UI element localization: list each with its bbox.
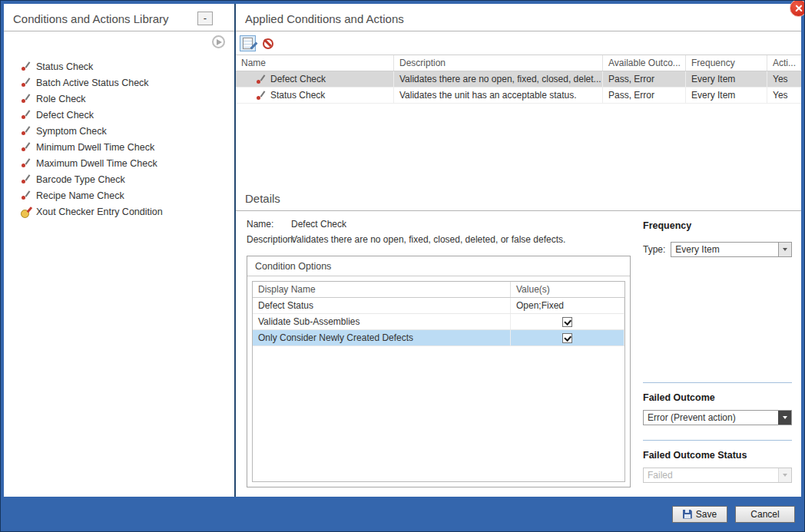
option-value[interactable]: Open;Fixed <box>511 298 624 313</box>
apply-row <box>4 31 234 52</box>
applied-panel: Applied Conditions and Actions Name Desc… <box>236 4 801 497</box>
chevron-down-icon[interactable] <box>778 243 791 256</box>
edit-item-glyph <box>243 38 253 49</box>
condition-options-grid: Display Name Value(s) Defect Status Open… <box>252 281 625 482</box>
column-header-display-name[interactable]: Display Name <box>253 282 511 297</box>
library-item-symptom-check[interactable]: Symptom Check <box>21 123 234 139</box>
details-left-column: Name: Defect Check Description: Validate… <box>247 219 631 489</box>
option-row-only-consider-newly-created-defects[interactable]: Only Consider Newly Created Defects <box>253 330 624 346</box>
applied-row-available-outcomes: Pass, Error <box>603 71 686 87</box>
failed-outcome-status-value: Failed <box>644 468 778 482</box>
separator-line <box>643 382 792 383</box>
column-header-frequency[interactable]: Frequency <box>686 55 767 71</box>
column-header-values[interactable]: Value(s) <box>511 282 624 297</box>
condition-icon <box>21 110 31 120</box>
library-item-xout-checker-entry-condition[interactable]: Xout Checker Entry Condition <box>21 203 234 220</box>
column-header-active[interactable]: Acti... <box>767 55 801 71</box>
conditions-actions-window: Conditions and Actions Library - Status … <box>0 0 805 532</box>
remove-item-icon[interactable] <box>260 35 276 51</box>
checkbox-checked-icon[interactable] <box>562 317 572 327</box>
save-button[interactable]: Save <box>672 506 727 523</box>
details-title: Details <box>236 183 801 211</box>
condition-icon <box>21 142 31 152</box>
condition-options-title: Condition Options <box>247 256 630 276</box>
applied-grid: Name Description Available Outco... Freq… <box>236 55 801 183</box>
condition-icon <box>21 94 31 104</box>
details-name-label: Name: <box>247 219 291 230</box>
option-display-name: Validate Sub-Assemblies <box>253 314 511 329</box>
applied-row-active: Yes <box>767 71 801 87</box>
close-icon[interactable] <box>790 0 805 17</box>
condition-icon <box>21 78 31 88</box>
applied-row-name-cell: Status Check <box>236 88 394 103</box>
library-item-label: Status Check <box>36 61 93 72</box>
edit-item-icon[interactable] <box>240 35 256 51</box>
frequency-type-label: Type: <box>643 244 665 255</box>
library-item-label: Barcode Type Check <box>36 174 125 185</box>
applied-grid-header: Name Description Available Outco... Freq… <box>236 55 801 71</box>
library-item-label: Xout Checker Entry Condition <box>36 207 163 217</box>
minus-icon[interactable]: - <box>197 12 213 25</box>
applied-row-status-check[interactable]: Status Check Validates the unit has an a… <box>236 88 801 104</box>
library-item-defect-check[interactable]: Defect Check <box>21 107 234 123</box>
condition-icon <box>256 74 266 84</box>
applied-toolbar <box>236 31 801 55</box>
applied-row-description: Validates there are no open, fixed, clos… <box>394 71 603 87</box>
chevron-glyph <box>783 416 787 419</box>
chevron-down-icon <box>778 468 791 482</box>
save-button-label: Save <box>696 509 717 520</box>
footer-bar: Save Cancel <box>1 497 804 531</box>
condition-icon <box>21 190 31 200</box>
option-value-cell <box>511 330 624 345</box>
failed-outcome-title: Failed Outcome <box>643 392 792 403</box>
applied-row-frequency: Every Item <box>686 71 767 87</box>
applied-row-description: Validates the unit has an acceptable sta… <box>394 88 603 103</box>
frequency-type-select[interactable]: Every Item <box>671 242 792 257</box>
cancel-button-label: Cancel <box>750 509 779 520</box>
chevron-glyph <box>783 248 787 251</box>
library-item-status-check[interactable]: Status Check <box>21 58 234 74</box>
library-title: Conditions and Actions Library <box>13 12 169 25</box>
details-section: Details Name: Defect Check Description: … <box>236 183 801 497</box>
option-row-defect-status[interactable]: Defect Status Open;Fixed <box>253 298 624 314</box>
condition-options-box: Condition Options Display Name Value(s) … <box>247 256 631 487</box>
option-value-cell <box>511 314 624 329</box>
condition-icon <box>21 174 31 184</box>
remove-item-glyph <box>263 38 273 49</box>
library-panel: Conditions and Actions Library - Status … <box>4 4 234 497</box>
option-row-validate-sub-assemblies[interactable]: Validate Sub-Assemblies <box>253 314 624 330</box>
window-content: Conditions and Actions Library - Status … <box>4 4 801 497</box>
library-header: Conditions and Actions Library - <box>4 4 234 31</box>
library-item-role-check[interactable]: Role Check <box>21 91 234 107</box>
condition-icon <box>21 158 31 168</box>
library-item-batch-active-status-check[interactable]: Batch Active Status Check <box>21 74 234 91</box>
applied-section: Applied Conditions and Actions Name Desc… <box>236 4 801 183</box>
floppy-disk-icon <box>683 510 692 519</box>
arrow-right-circle-icon[interactable] <box>212 35 225 48</box>
option-display-name: Only Consider Newly Created Defects <box>253 330 511 345</box>
applied-row-frequency: Every Item <box>686 88 767 103</box>
column-header-available-outcomes[interactable]: Available Outco... <box>603 55 686 71</box>
library-item-barcode-type-check[interactable]: Barcode Type Check <box>21 171 234 187</box>
failed-outcome-value: Error (Prevent action) <box>644 411 778 425</box>
failed-outcome-status-select: Failed <box>643 468 792 483</box>
applied-row-name: Status Check <box>270 88 325 103</box>
library-item-label: Symptom Check <box>36 126 107 137</box>
cancel-button[interactable]: Cancel <box>735 506 795 523</box>
checkbox-checked-icon[interactable] <box>562 333 572 343</box>
frequency-type-row: Type: Every Item <box>643 242 792 257</box>
failed-outcome-status-title: Failed Outcome Status <box>643 450 792 461</box>
column-header-name[interactable]: Name <box>236 55 394 71</box>
library-item-recipe-name-check[interactable]: Recipe Name Check <box>21 187 234 203</box>
condition-icon <box>21 126 31 136</box>
column-header-description[interactable]: Description <box>394 55 603 71</box>
chevron-down-icon[interactable] <box>778 411 791 425</box>
separator-line <box>643 440 792 441</box>
library-item-label: Maximum Dwell Time Check <box>36 158 157 169</box>
library-item-minimum-dwell-time-check[interactable]: Minimum Dwell Time Check <box>21 139 234 155</box>
failed-outcome-select[interactable]: Error (Prevent action) <box>643 410 792 425</box>
library-item-maximum-dwell-time-check[interactable]: Maximum Dwell Time Check <box>21 155 234 171</box>
details-description-label: Description: <box>247 234 291 246</box>
play-arrow-glyph <box>217 39 222 45</box>
applied-row-defect-check[interactable]: Defect Check Validates there are no open… <box>236 71 801 88</box>
